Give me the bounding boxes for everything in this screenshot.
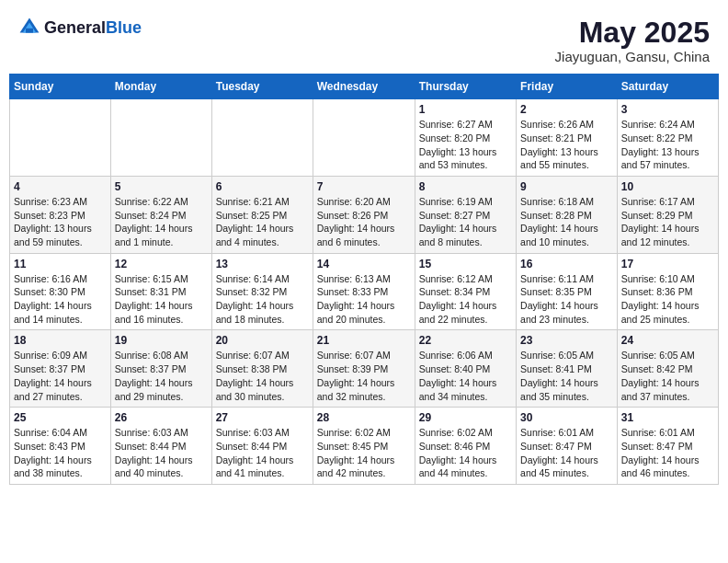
calendar-cell: 26Sunrise: 6:03 AM Sunset: 8:44 PM Dayli…: [110, 408, 211, 485]
day-info: Sunrise: 6:18 AM Sunset: 8:28 PM Dayligh…: [520, 195, 613, 249]
day-info: Sunrise: 6:03 AM Sunset: 8:44 PM Dayligh…: [216, 426, 309, 480]
calendar-cell: 23Sunrise: 6:05 AM Sunset: 8:41 PM Dayli…: [517, 330, 618, 408]
day-number: 14: [317, 258, 411, 270]
calendar-cell: 8Sunrise: 6:19 AM Sunset: 8:27 PM Daylig…: [415, 176, 516, 253]
day-number: 10: [621, 180, 714, 193]
calendar-week-row: 18Sunrise: 6:09 AM Sunset: 8:37 PM Dayli…: [10, 330, 719, 408]
calendar-cell: 12Sunrise: 6:15 AM Sunset: 8:31 PM Dayli…: [110, 253, 211, 330]
weekday-header-monday: Monday: [110, 75, 211, 99]
day-number: 20: [216, 334, 309, 347]
day-number: 28: [317, 411, 411, 424]
day-number: 5: [115, 180, 208, 193]
calendar-cell: 16Sunrise: 6:11 AM Sunset: 8:35 PM Dayli…: [517, 253, 618, 330]
day-number: 19: [115, 334, 208, 347]
day-number: 25: [14, 411, 107, 424]
day-number: 12: [115, 258, 208, 270]
logo-blue: Blue: [106, 18, 142, 37]
day-number: 4: [14, 180, 107, 193]
day-info: Sunrise: 6:06 AM Sunset: 8:40 PM Dayligh…: [419, 349, 512, 403]
calendar-week-row: 1Sunrise: 6:27 AM Sunset: 8:20 PM Daylig…: [10, 99, 719, 177]
day-number: 23: [520, 334, 613, 347]
calendar-cell: 21Sunrise: 6:07 AM Sunset: 8:39 PM Dayli…: [313, 330, 415, 408]
day-info: Sunrise: 6:13 AM Sunset: 8:33 PM Dayligh…: [317, 272, 411, 327]
day-info: Sunrise: 6:09 AM Sunset: 8:37 PM Dayligh…: [14, 349, 107, 403]
weekday-header-wednesday: Wednesday: [313, 75, 415, 99]
day-number: 24: [621, 334, 714, 347]
day-number: 15: [419, 258, 512, 270]
day-number: 29: [419, 411, 512, 424]
day-info: Sunrise: 6:07 AM Sunset: 8:38 PM Dayligh…: [216, 349, 309, 403]
calendar-cell: 27Sunrise: 6:03 AM Sunset: 8:44 PM Dayli…: [211, 408, 313, 485]
day-info: Sunrise: 6:20 AM Sunset: 8:26 PM Dayligh…: [317, 195, 411, 249]
day-number: 16: [520, 258, 613, 270]
day-number: 18: [14, 334, 107, 347]
day-number: 8: [419, 180, 512, 193]
day-number: 6: [216, 180, 309, 193]
day-info: Sunrise: 6:07 AM Sunset: 8:39 PM Dayligh…: [317, 349, 411, 403]
day-info: Sunrise: 6:23 AM Sunset: 8:23 PM Dayligh…: [14, 195, 107, 249]
day-info: Sunrise: 6:02 AM Sunset: 8:45 PM Dayligh…: [317, 426, 411, 480]
calendar-cell: 29Sunrise: 6:02 AM Sunset: 8:46 PM Dayli…: [415, 408, 516, 485]
day-number: 1: [419, 103, 512, 116]
day-info: Sunrise: 6:15 AM Sunset: 8:31 PM Dayligh…: [115, 272, 208, 327]
day-info: Sunrise: 6:24 AM Sunset: 8:22 PM Dayligh…: [621, 118, 714, 172]
day-info: Sunrise: 6:01 AM Sunset: 8:47 PM Dayligh…: [520, 426, 613, 480]
title-block: May 2025 Jiayuguan, Gansu, China: [555, 17, 710, 64]
calendar-cell: 19Sunrise: 6:08 AM Sunset: 8:37 PM Dayli…: [110, 330, 211, 408]
calendar-cell: 18Sunrise: 6:09 AM Sunset: 8:37 PM Dayli…: [10, 330, 111, 408]
calendar-cell: [211, 99, 313, 177]
day-number: 31: [621, 411, 714, 424]
calendar-cell: 24Sunrise: 6:05 AM Sunset: 8:42 PM Dayli…: [617, 330, 718, 408]
day-number: 11: [14, 258, 107, 270]
svg-rect-2: [26, 29, 33, 33]
day-number: 7: [317, 180, 411, 193]
calendar-cell: 14Sunrise: 6:13 AM Sunset: 8:33 PM Dayli…: [313, 253, 415, 330]
day-info: Sunrise: 6:10 AM Sunset: 8:36 PM Dayligh…: [621, 272, 714, 327]
day-number: 27: [216, 411, 309, 424]
day-info: Sunrise: 6:08 AM Sunset: 8:37 PM Dayligh…: [115, 349, 208, 403]
day-info: Sunrise: 6:12 AM Sunset: 8:34 PM Dayligh…: [419, 272, 512, 327]
calendar-cell: 30Sunrise: 6:01 AM Sunset: 8:47 PM Dayli…: [517, 408, 618, 485]
calendar-table: SundayMondayTuesdayWednesdayThursdayFrid…: [9, 74, 719, 485]
day-number: 30: [520, 411, 613, 424]
day-info: Sunrise: 6:03 AM Sunset: 8:44 PM Dayligh…: [115, 426, 208, 480]
logo-text: GeneralBlue: [44, 18, 142, 38]
day-number: 17: [621, 258, 714, 270]
weekday-header-sunday: Sunday: [10, 75, 111, 99]
day-info: Sunrise: 6:05 AM Sunset: 8:42 PM Dayligh…: [621, 349, 714, 403]
day-info: Sunrise: 6:04 AM Sunset: 8:43 PM Dayligh…: [14, 426, 107, 480]
calendar-cell: [10, 99, 111, 177]
day-number: 13: [216, 258, 309, 270]
day-number: 21: [317, 334, 411, 347]
calendar-cell: 1Sunrise: 6:27 AM Sunset: 8:20 PM Daylig…: [415, 99, 516, 177]
weekday-header-friday: Friday: [517, 75, 618, 99]
calendar-cell: 17Sunrise: 6:10 AM Sunset: 8:36 PM Dayli…: [617, 253, 718, 330]
day-info: Sunrise: 6:11 AM Sunset: 8:35 PM Dayligh…: [520, 272, 613, 327]
day-info: Sunrise: 6:21 AM Sunset: 8:25 PM Dayligh…: [216, 195, 309, 249]
day-info: Sunrise: 6:22 AM Sunset: 8:24 PM Dayligh…: [115, 195, 208, 249]
calendar-cell: 15Sunrise: 6:12 AM Sunset: 8:34 PM Dayli…: [415, 253, 516, 330]
calendar-cell: 10Sunrise: 6:17 AM Sunset: 8:29 PM Dayli…: [617, 176, 718, 253]
calendar-cell: 25Sunrise: 6:04 AM Sunset: 8:43 PM Dayli…: [10, 408, 111, 485]
calendar-week-row: 25Sunrise: 6:04 AM Sunset: 8:43 PM Dayli…: [10, 408, 719, 485]
day-number: 9: [520, 180, 613, 193]
weekday-header-row: SundayMondayTuesdayWednesdayThursdayFrid…: [10, 75, 719, 99]
calendar-cell: [110, 99, 211, 177]
weekday-header-saturday: Saturday: [617, 75, 718, 99]
calendar-week-row: 4Sunrise: 6:23 AM Sunset: 8:23 PM Daylig…: [10, 176, 719, 253]
calendar-cell: 20Sunrise: 6:07 AM Sunset: 8:38 PM Dayli…: [211, 330, 313, 408]
calendar-cell: 6Sunrise: 6:21 AM Sunset: 8:25 PM Daylig…: [211, 176, 313, 253]
calendar-cell: 3Sunrise: 6:24 AM Sunset: 8:22 PM Daylig…: [617, 99, 718, 177]
calendar-cell: 11Sunrise: 6:16 AM Sunset: 8:30 PM Dayli…: [10, 253, 111, 330]
calendar-cell: 31Sunrise: 6:01 AM Sunset: 8:47 PM Dayli…: [617, 408, 718, 485]
calendar-cell: 4Sunrise: 6:23 AM Sunset: 8:23 PM Daylig…: [10, 176, 111, 253]
weekday-header-tuesday: Tuesday: [211, 75, 313, 99]
day-number: 22: [419, 334, 512, 347]
day-info: Sunrise: 6:26 AM Sunset: 8:21 PM Dayligh…: [520, 118, 613, 172]
calendar-cell: 2Sunrise: 6:26 AM Sunset: 8:21 PM Daylig…: [517, 99, 618, 177]
calendar-week-row: 11Sunrise: 6:16 AM Sunset: 8:30 PM Dayli…: [10, 253, 719, 330]
calendar-cell: 22Sunrise: 6:06 AM Sunset: 8:40 PM Dayli…: [415, 330, 516, 408]
day-info: Sunrise: 6:01 AM Sunset: 8:47 PM Dayligh…: [621, 426, 714, 480]
day-info: Sunrise: 6:14 AM Sunset: 8:32 PM Dayligh…: [216, 272, 309, 327]
month-title: May 2025: [555, 17, 710, 49]
